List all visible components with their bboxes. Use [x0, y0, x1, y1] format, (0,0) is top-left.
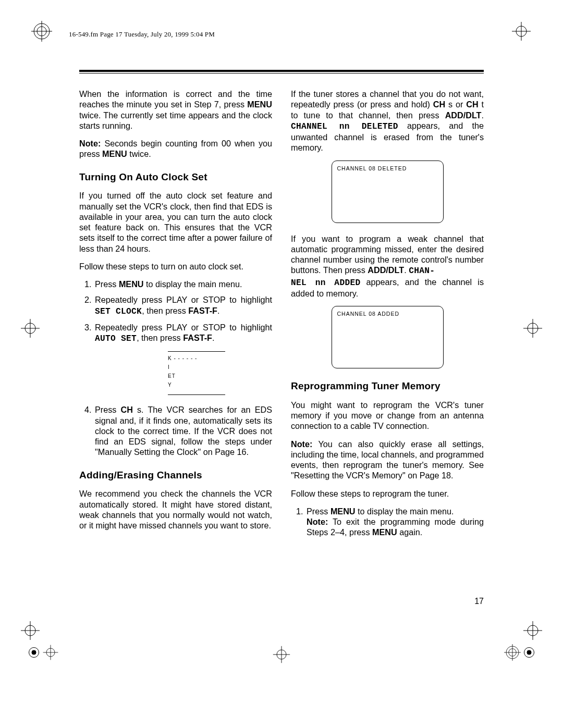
- note-label: Note:: [79, 139, 101, 148]
- body-text: We recommend you check the channels the …: [79, 488, 272, 530]
- list-item: Press MENU to display the main menu.Note…: [305, 506, 484, 538]
- numbered-list: Press CH s. The VCR searches for an EDS …: [79, 404, 272, 457]
- body-text: Follow these steps to turn on auto clock…: [79, 261, 272, 272]
- crosshair-icon: [20, 620, 41, 641]
- osd-screen: CHANNEL 08 ADDED: [332, 306, 444, 368]
- body-text: Note: You can also quickly erase all set…: [291, 439, 484, 481]
- note-label: Note:: [307, 517, 328, 526]
- right-column: If the tuner stores a channel that you d…: [291, 89, 484, 545]
- section-heading: Adding/Erasing Channels: [79, 469, 272, 482]
- body-text: Follow these steps to reprogram the tune…: [291, 488, 484, 499]
- left-column: When the information is correct and the …: [79, 89, 272, 545]
- list-item: Repeatedly press PLAY or STOP to highlig…: [94, 294, 272, 317]
- numbered-list: Press MENU to display the main menu.Note…: [291, 506, 484, 538]
- numbered-list: Press MENU to display the main menu. Rep…: [79, 279, 272, 344]
- body-text: If the tuner stores a channel that you d…: [291, 89, 484, 153]
- crosshair-icon: [522, 620, 543, 641]
- body-text: You might want to reprogram the VCR's tu…: [291, 400, 484, 431]
- osd-fragment: K - - - - - - I ET Y: [168, 351, 225, 395]
- crosshair-icon: [522, 318, 543, 339]
- body-text: If you want to program a weak channel th…: [291, 233, 484, 299]
- list-item: Press MENU to display the main menu.: [94, 279, 272, 289]
- registration-mark-icon: [503, 646, 534, 659]
- divider: [79, 70, 484, 73]
- content-columns: When the information is correct and the …: [79, 89, 484, 545]
- registration-mark-icon: [29, 646, 60, 659]
- registration-mark-icon: [31, 21, 52, 42]
- body-text: If you turned off the auto clock set fea…: [79, 190, 272, 254]
- section-heading: Reprogramming Tuner Memory: [291, 380, 484, 392]
- page-number: 17: [474, 597, 484, 606]
- body-text: Note: Seconds begin counting from 00 whe…: [79, 138, 272, 159]
- page-header: 16-549.fm Page 17 Tuesday, July 20, 1999…: [69, 30, 215, 39]
- list-item: Repeatedly press PLAY or STOP to highlig…: [94, 322, 272, 344]
- body-text: When the information is correct and the …: [79, 89, 272, 131]
- crosshair-icon: [20, 318, 41, 339]
- crosshair-icon: [511, 21, 532, 42]
- note-label: Note:: [291, 439, 312, 449]
- crosshair-icon: [272, 645, 291, 666]
- section-heading: Turning On Auto Clock Set: [79, 171, 272, 183]
- osd-screen: CHANNEL 08 DELETED: [332, 161, 444, 223]
- list-item: Press CH s. The VCR searches for an EDS …: [94, 404, 272, 457]
